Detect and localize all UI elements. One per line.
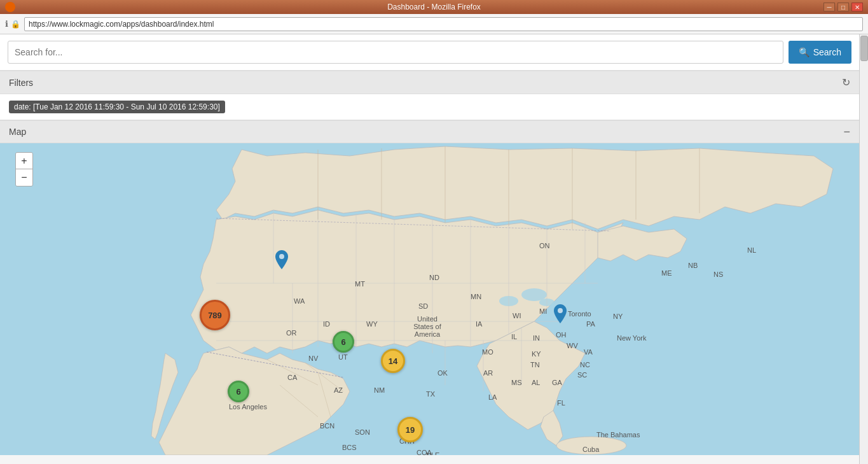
cluster-value: 6 [236,387,240,397]
close-icon: ✕ [855,4,860,10]
map-zoom-controls: + − [15,152,33,186]
cluster-value: 19 [406,425,415,435]
address-icons: ℹ 🔒 [5,19,20,29]
cluster-19[interactable]: 19 [397,417,423,442]
lock-icon: 🔒 [11,20,20,29]
scrollbar[interactable] [859,34,868,464]
page-content: 🔍 Search Filters ↻ date: [Tue Jan 12 201… [0,34,859,464]
browser-title: Dashboard - Mozilla Firefox [387,3,481,11]
search-input[interactable] [8,41,783,64]
date-filter-badge[interactable]: date: [Tue Jan 12 2016 11:59:30 - Sun Ju… [9,101,225,113]
maximize-icon: □ [841,4,845,11]
info-icon: ℹ [5,19,8,29]
firefox-logo-icon [5,2,15,12]
cluster-value: 789 [208,311,222,320]
search-bar: 🔍 Search [0,34,859,71]
svg-point-4 [556,437,626,454]
svg-point-34 [279,254,284,259]
minimize-icon: ─ [827,4,831,11]
address-url[interactable]: https://www.lockmagic.com/apps/dashboard… [24,17,863,31]
filters-header: Filters ↻ [0,71,859,94]
minimize-button[interactable]: ─ [823,3,835,11]
address-bar: ℹ 🔒 https://www.lockmagic.com/apps/dashb… [0,14,868,34]
zoom-out-button[interactable]: − [16,169,32,186]
browser-controls: ─ □ ✕ [823,3,863,11]
map-minimize-icon[interactable]: − [843,126,850,137]
filters-label: Filters [9,78,33,88]
search-button[interactable]: 🔍 Search [789,41,851,64]
refresh-icon[interactable]: ↻ [842,76,850,88]
zoom-in-button[interactable]: + [16,153,32,169]
pin-icon [275,250,288,269]
filters-body: date: [Tue Jan 12 2016 11:59:30 - Sun Ju… [0,94,859,120]
maximize-button[interactable]: □ [837,3,849,11]
browser-titlebar: Dashboard - Mozilla Firefox ─ □ ✕ [0,0,868,14]
map-section: Map − [0,120,859,455]
map-pin-1[interactable] [275,250,288,269]
cluster-14[interactable]: 14 [381,349,405,373]
filters-section: Filters ↻ date: [Tue Jan 12 2016 11:59:3… [0,71,859,120]
pin-icon [554,304,567,323]
cluster-6-ca[interactable]: 6 [228,381,249,402]
search-button-label: Search [813,47,841,57]
cluster-789[interactable]: 789 [200,300,230,330]
map-container: + − 789 [0,143,859,455]
map-label: Map [9,127,26,137]
cluster-6-co[interactable]: 6 [333,331,354,353]
close-button[interactable]: ✕ [851,3,863,11]
map-svg [0,143,859,455]
map-header: Map − [0,120,859,143]
cluster-value: 6 [341,337,345,347]
scrollbar-thumb[interactable] [860,36,868,61]
map-pin-2[interactable] [554,304,567,323]
svg-point-35 [558,308,563,313]
cluster-value: 14 [389,356,397,366]
search-icon: 🔍 [799,47,809,57]
